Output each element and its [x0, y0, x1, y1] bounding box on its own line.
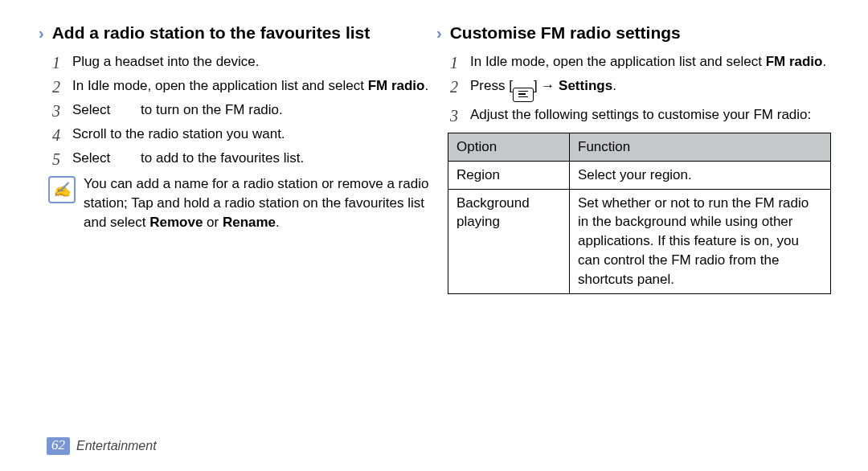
step-text: Plug a headset into the device.: [72, 52, 433, 72]
text-fragment: Select: [72, 102, 114, 117]
text-fragment: .: [612, 78, 616, 93]
bold-text: Remove: [149, 215, 203, 230]
table-row: Region Select your region.: [448, 161, 831, 189]
table-header: Option: [448, 133, 570, 161]
text-fragment: to turn on the FM radio.: [137, 102, 282, 117]
note-block: ✍ You can add a name for a radio station…: [48, 174, 433, 232]
text-fragment: In Idle mode, open the application list …: [72, 78, 368, 93]
step-number: 5: [50, 149, 63, 170]
text-fragment: .: [424, 78, 428, 93]
note-icon: ✍: [48, 176, 76, 203]
menu-key-icon: [513, 88, 534, 102]
step-text: Adjust the following settings to customi…: [470, 105, 831, 125]
list-item: 1 In Idle mode, open the application lis…: [448, 52, 831, 73]
left-heading-text: Add a radio station to the favourites li…: [52, 23, 371, 43]
chevron-icon: ›: [436, 23, 442, 43]
left-steps: 1 Plug a headset into the device. 2 In I…: [50, 52, 433, 170]
step-text: In Idle mode, open the application list …: [72, 76, 433, 96]
step-text: Select to turn on the FM radio.: [72, 100, 433, 121]
right-heading: › Customise FM radio settings: [436, 23, 831, 43]
chevron-icon: ›: [39, 23, 44, 43]
step-text: Press [] → Settings.: [470, 76, 831, 102]
section-name: Entertainment: [76, 439, 157, 453]
table-cell: Set whether or not to run the FM radio i…: [570, 189, 831, 293]
right-heading-text: Customise FM radio settings: [450, 23, 681, 43]
text-fragment: ] →: [534, 78, 559, 93]
text-fragment: In Idle mode, open the application list …: [470, 54, 766, 69]
text-fragment: Press [: [470, 78, 513, 93]
table-row: Background playing Set whether or not to…: [448, 189, 831, 293]
manual-page: › Add a radio station to the favourites …: [0, 0, 868, 471]
list-item: 2 In Idle mode, open the application lis…: [50, 76, 433, 97]
bold-text: FM radio: [368, 78, 425, 93]
text-fragment: to add to the favourites list.: [137, 150, 304, 166]
left-heading: › Add a radio station to the favourites …: [39, 23, 433, 43]
list-item: 3 Select to turn on the FM radio.: [50, 100, 433, 121]
bold-text: Rename: [223, 215, 276, 230]
step-number: 3: [50, 100, 63, 121]
right-steps: 1 In Idle mode, open the application lis…: [448, 52, 831, 126]
step-number: 2: [448, 76, 461, 97]
content-columns: › Add a radio station to the favourites …: [0, 0, 868, 294]
table-header-row: Option Function: [448, 133, 831, 161]
text-fragment: or: [203, 215, 223, 230]
step-text: Select to add to the favourites list.: [72, 149, 433, 169]
step-number: 1: [448, 52, 461, 73]
note-text: You can add a name for a radio station o…: [84, 174, 433, 232]
table-header: Function: [570, 133, 831, 161]
text-fragment: .: [276, 215, 280, 230]
list-item: 4 Scroll to the radio station you want.: [50, 125, 433, 145]
step-text: Scroll to the radio station you want.: [72, 125, 433, 145]
list-item: 2 Press [] → Settings.: [448, 76, 831, 102]
list-item: 3 Adjust the following settings to custo…: [448, 105, 831, 126]
table-cell: Select your region.: [570, 161, 831, 189]
table-cell: Region: [448, 161, 570, 189]
step-number: 1: [50, 52, 63, 73]
bold-text: Settings: [559, 78, 612, 93]
page-number: 62: [47, 437, 70, 455]
list-item: 5 Select to add to the favourites list.: [50, 149, 433, 170]
step-number: 2: [50, 76, 63, 97]
left-column: › Add a radio station to the favourites …: [50, 23, 433, 294]
right-column: › Customise FM radio settings 1 In Idle …: [448, 23, 831, 294]
step-text: In Idle mode, open the application list …: [470, 52, 831, 72]
text-fragment: .: [822, 54, 826, 69]
list-item: 1 Plug a headset into the device.: [50, 52, 433, 73]
step-number: 3: [448, 105, 461, 126]
bold-text: FM radio: [766, 54, 823, 69]
settings-table: Option Function Region Select your regio…: [448, 133, 831, 294]
table-cell: Background playing: [448, 189, 570, 293]
page-footer: 62 Entertainment: [47, 437, 157, 455]
step-number: 4: [50, 125, 63, 145]
text-fragment: Select: [72, 150, 114, 166]
